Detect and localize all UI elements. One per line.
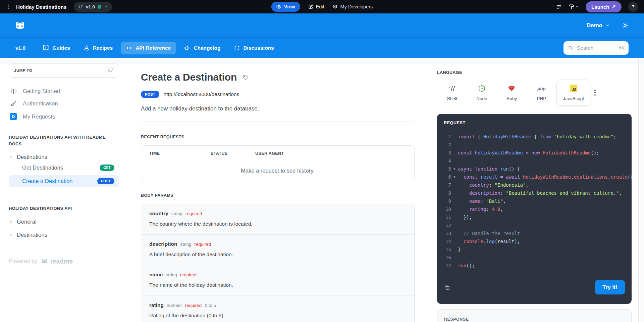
sidebar-group-destinations[interactable]: Destinations: [9, 154, 119, 160]
launch-button[interactable]: Launch ↗: [586, 1, 622, 12]
line-number: 6: [441, 173, 451, 181]
try-it-panel: LANGUAGE ShellJSNodeRubyphpPHPJSJavaScri…: [428, 58, 638, 322]
topbar-left: ⋮ Holiday Destinations v1.0: [6, 2, 112, 12]
sidebar-item-my-requests[interactable]: DMy Requests: [9, 110, 119, 123]
line-number: 10: [441, 205, 451, 213]
search-shortcut: ⌘K: [619, 45, 624, 50]
param-head: countrystringrequired: [149, 211, 406, 217]
language-menu-kebab-icon[interactable]: [594, 90, 596, 96]
param-type: string: [166, 272, 177, 277]
sidebar-group-label: General: [17, 219, 37, 225]
search-icon: [568, 45, 573, 51]
my-developers-button[interactable]: My Developers: [332, 4, 373, 9]
sidebar-endpoint-create-a-destination[interactable]: Create a DestinationPOST: [9, 175, 119, 187]
version-label: v1.0: [86, 4, 95, 9]
arrow-up-right-icon: ↗: [611, 4, 616, 10]
my-developers-label: My Developers: [340, 4, 373, 9]
language-tab-node[interactable]: JSNode: [467, 80, 497, 106]
param-required-flag: required: [180, 272, 197, 277]
admin-topbar: ⋮ Holiday Destinations v1.0: [0, 0, 644, 13]
recent-requests-header: TIMESTATUSUSER AGENT: [141, 146, 414, 161]
chevron-right-icon: [9, 233, 13, 237]
help-button[interactable]: ?: [628, 2, 638, 12]
line-number: 4: [441, 157, 451, 165]
nav-item-changelog[interactable]: Changelog: [179, 42, 225, 54]
sidebar-group-general[interactable]: General: [9, 219, 119, 225]
sidebar-item-label: Authentication: [23, 100, 58, 107]
code-footer: Try It!: [437, 277, 632, 304]
param-name: rating: [149, 302, 164, 308]
hero-header-right: Demo: [587, 22, 629, 29]
line-number: 17: [441, 262, 451, 270]
param-required-flag: required: [185, 211, 202, 216]
theme-sun-icon[interactable]: [622, 22, 629, 29]
line-number: 5: [441, 165, 451, 173]
version-dropdown[interactable]: v1.0: [74, 2, 112, 12]
line-number: 14: [441, 237, 451, 245]
tag-anchor-icon[interactable]: [243, 75, 249, 80]
nav-item-api-reference[interactable]: API Reference: [121, 42, 176, 54]
code-text: name: "Bali",: [458, 197, 506, 205]
language-tab-php[interactable]: phpPHP: [527, 80, 556, 106]
nav-item-discussions[interactable]: Discussions: [229, 42, 279, 54]
chevron-down-icon: [104, 5, 108, 9]
shell-icon: [448, 84, 456, 92]
project-dropdown[interactable]: Demo: [587, 22, 610, 29]
line-number: 7: [441, 181, 451, 189]
project-logo-book-icon[interactable]: [15, 20, 25, 31]
chevron-right-icon: [9, 220, 13, 224]
view-button[interactable]: View: [271, 2, 300, 12]
php-icon: php: [537, 84, 546, 92]
fold-arrow-icon[interactable]: ▼: [451, 173, 458, 181]
code-text: async function run() {: [458, 165, 520, 173]
readme-book-icon: [41, 258, 48, 264]
search-input[interactable]: [576, 45, 616, 51]
powered-by[interactable]: Powered by readme: [9, 258, 119, 265]
kebab-menu-icon[interactable]: ⋮: [6, 4, 11, 9]
svg-text:JS: JS: [480, 87, 483, 90]
code-line: 12: [441, 221, 632, 229]
language-tab-ruby[interactable]: Ruby: [497, 80, 527, 106]
search-box[interactable]: ⌘K: [564, 41, 629, 55]
edit-label: Edit: [316, 4, 324, 9]
jump-to-label: JUMP TO: [14, 68, 32, 73]
response-heading: RESPONSE: [444, 317, 625, 322]
sidebar-section-title: HOLIDAY DESTINATIONS API: [9, 205, 119, 212]
page-scrollbar[interactable]: [638, 58, 644, 322]
fold-arrow-icon[interactable]: ▼: [451, 165, 458, 173]
code-text: description: "Beautiful beaches and vibr…: [458, 189, 622, 197]
line-number: 3: [441, 149, 451, 157]
code-line: 15}: [441, 245, 632, 254]
book-icon: [43, 45, 49, 51]
sidebar-sections: HOLIDAY DESTINATIONS API WITH README DOC…: [9, 134, 119, 238]
nav-items: GuidesRecipesAPI ReferenceChangelogDiscu…: [38, 41, 279, 54]
language-tab-javascript[interactable]: JSJavaScript: [556, 80, 590, 106]
recent-requests-table: TIMESTATUSUSER AGENT Make a request to s…: [141, 145, 415, 180]
language-tab-label: Node: [476, 96, 487, 101]
line-number: 13: [441, 229, 451, 237]
method-badge: GET: [100, 165, 114, 171]
endpoint-label: Create a Destination: [22, 178, 72, 184]
code-line: 7 country: "Indonesia",: [441, 181, 632, 189]
nav-version[interactable]: v1.0: [15, 45, 25, 51]
language-tab-shell[interactable]: Shell: [437, 80, 467, 106]
copy-code-button[interactable]: [444, 284, 450, 290]
sidebar-item-getting-started[interactable]: Getting Started: [9, 85, 119, 97]
sidebar-group-destinations[interactable]: Destinations: [9, 232, 119, 238]
jump-to-button[interactable]: JUMP TO ⌘/: [9, 63, 119, 78]
nav-item-guides[interactable]: Guides: [38, 41, 75, 54]
sidebar-endpoint-get-destinations[interactable]: Get DestinationsGET: [9, 162, 119, 174]
line-number: 15: [441, 245, 451, 254]
code-text: }: [458, 245, 461, 254]
sidebar-item-authentication[interactable]: Authentication: [9, 97, 119, 110]
sidebar-item-label: Getting Started: [23, 88, 60, 94]
sidebar: JUMP TO ⌘/ Getting StartedAuthentication…: [0, 58, 128, 322]
nav-item-recipes[interactable]: Recipes: [78, 42, 118, 54]
edit-button[interactable]: Edit: [308, 4, 324, 9]
d-badge-icon: D: [9, 113, 17, 120]
align-menu-icon[interactable]: [556, 4, 562, 10]
project-dropdown-label: Demo: [587, 22, 602, 29]
theme-brush-button[interactable]: [569, 4, 579, 10]
try-it-button[interactable]: Try It!: [595, 280, 625, 294]
content-area: JUMP TO ⌘/ Getting StartedAuthentication…: [0, 58, 644, 322]
